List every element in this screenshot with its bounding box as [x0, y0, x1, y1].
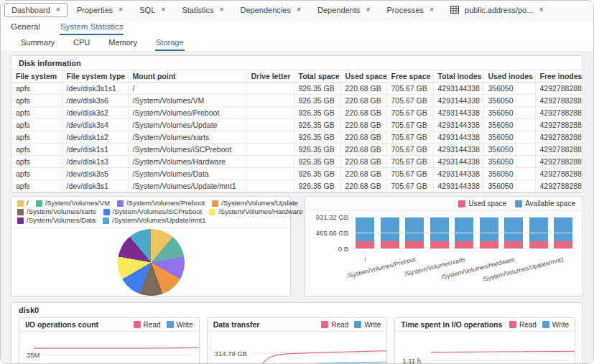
- disk-usage-pie-chart: [118, 229, 185, 296]
- table-cell: [246, 144, 294, 156]
- table-cell: 705.67 GB: [386, 119, 433, 131]
- available-space-segment: [504, 217, 523, 241]
- available-space-segment: [529, 217, 548, 241]
- legend-swatch: [515, 200, 522, 207]
- close-tab-icon[interactable]: ×: [119, 6, 123, 14]
- table-cell: 705.67 GB: [386, 83, 433, 95]
- legend-swatch: [458, 200, 465, 207]
- legend-label: /System/Volumes/iSCPreboot: [113, 207, 203, 216]
- table-cell: [246, 156, 294, 168]
- column-header-file-system[interactable]: File system: [11, 70, 62, 83]
- window-tab-statistics[interactable]: Statistics×: [175, 3, 231, 17]
- column-header-free-space[interactable]: Free space: [386, 70, 433, 83]
- window-tab-properties[interactable]: Properties×: [70, 3, 130, 17]
- window-tab-dependencies[interactable]: Dependencies×: [233, 3, 308, 17]
- series-line-read: [34, 347, 199, 348]
- table-cell: /dev/disk3s4: [62, 119, 128, 131]
- tab-memory[interactable]: Memory: [108, 37, 138, 51]
- column-header-mount-point[interactable]: Mount point: [128, 70, 246, 83]
- table-cell: 356050: [483, 168, 535, 180]
- window-tab-sql[interactable]: SQL×: [132, 3, 172, 17]
- table-cell: apfs: [11, 131, 62, 144]
- mini-chart-header: I/O operations countReadWrite: [19, 318, 199, 332]
- tab-general[interactable]: General: [10, 21, 41, 35]
- legend-swatch: [117, 200, 124, 207]
- legend-item-read: Read: [134, 321, 161, 329]
- legend-label: Used space: [468, 200, 506, 207]
- used-space-segment: [529, 241, 548, 248]
- tab-system-statistics[interactable]: System Statistics: [60, 21, 124, 35]
- legend-item-system-volumes-update: /System/Volumes/Update: [212, 199, 298, 207]
- legend-item-system-volumes-preboot: /System/Volumes/Preboot: [117, 199, 205, 207]
- legend-label: /System/Volumes/Update/mnt1: [112, 216, 205, 225]
- window-tab-processes[interactable]: Processes×: [380, 3, 442, 17]
- table-cell: 356050: [483, 107, 535, 119]
- table-cell: 926.35 GB: [294, 131, 340, 144]
- column-header-used-space[interactable]: Used space: [340, 70, 386, 83]
- close-tab-icon[interactable]: ×: [56, 6, 60, 14]
- column-header-total-inodes[interactable]: Total inodes: [433, 70, 483, 83]
- used-space-segment: [554, 241, 572, 248]
- legend-swatch: [542, 321, 549, 328]
- window-tab-public-address-po[interactable]: public.address/po...×: [443, 3, 551, 17]
- table-row[interactable]: apfs/dev/disk3s4/System/Volumes/Update92…: [11, 119, 583, 131]
- table-row[interactable]: apfs/dev/disk3s5/System/Volumes/Data926.…: [11, 168, 583, 180]
- legend-label: Write: [552, 321, 569, 329]
- column-header-free-inodes[interactable]: Free inodes: [535, 70, 583, 83]
- used-space-segment: [430, 241, 449, 248]
- column-header-used-inodes[interactable]: Used inodes: [483, 70, 535, 83]
- close-tab-icon[interactable]: ×: [539, 6, 543, 14]
- close-tab-icon[interactable]: ×: [430, 6, 434, 14]
- available-space-segment: [356, 217, 374, 241]
- table-cell: /System/Volumes/Hardware: [128, 156, 246, 168]
- table-row[interactable]: apfs/dev/disk1s2/System/Volumes/xarts926…: [11, 131, 583, 144]
- used-space-segment: [356, 241, 374, 248]
- column-header-total-space[interactable]: Total space: [294, 70, 340, 83]
- table-row[interactable]: apfs/dev/disk3s1/System/Volumes/Update/m…: [11, 180, 583, 192]
- table-cell: 4293144338: [433, 156, 483, 168]
- window-tab-dashboard[interactable]: Dashboard×: [4, 3, 68, 17]
- table-row[interactable]: apfs/dev/disk1s1/System/Volumes/iSCPrebo…: [11, 144, 583, 156]
- disk-space-bar-panel: Used spaceAvailable space //System/Volum…: [305, 196, 583, 297]
- mini-chart-legend: ReadWrite: [321, 321, 381, 329]
- legend-label: /System/Volumes/Update: [221, 199, 298, 207]
- legend-item-used-space: Used space: [458, 200, 506, 207]
- table-cell: 4293144338: [433, 168, 483, 180]
- column-header-file-system-type[interactable]: File system type: [62, 70, 128, 83]
- used-space-segment: [504, 241, 523, 248]
- table-row[interactable]: apfs/dev/disk3s6/System/Volumes/VM926.35…: [11, 95, 583, 107]
- table-cell: /System/Volumes/VM: [128, 95, 246, 107]
- table-cell: 4292788288: [535, 180, 583, 192]
- available-space-segment: [430, 217, 449, 241]
- legend-label: Read: [144, 321, 161, 329]
- table-cell: 4292788288: [535, 156, 583, 168]
- table-cell: 356050: [483, 119, 535, 131]
- tab-cpu[interactable]: CPU: [73, 37, 91, 51]
- bar-chart-legend: Used spaceAvailable space: [305, 197, 583, 211]
- table-cell: /dev/disk3s5: [62, 168, 128, 180]
- disk-information-panel: Disk information File systemFile system …: [11, 55, 583, 193]
- table-row[interactable]: apfs/dev/disk1s3/System/Volumes/Hardware…: [11, 156, 583, 168]
- close-tab-icon[interactable]: ×: [219, 6, 223, 14]
- io-operations-count-plot: 35M30M: [19, 332, 199, 364]
- time-spent-in-io-operations-series: [395, 332, 575, 364]
- table-cell: 220.68 GB: [340, 180, 386, 192]
- used-space-segment: [381, 241, 399, 248]
- table-row[interactable]: apfs/dev/disk3s2/System/Volumes/Preboot9…: [11, 107, 583, 119]
- table-cell: apfs: [11, 119, 62, 131]
- legend-label: /System/Volumes/Preboot: [126, 199, 205, 207]
- close-tab-icon[interactable]: ×: [366, 6, 370, 14]
- legend-swatch: [17, 209, 24, 215]
- close-tab-icon[interactable]: ×: [297, 6, 301, 14]
- table-row[interactable]: apfs/dev/disk3s1s1/926.35 GB220.68 GB705…: [11, 83, 583, 95]
- tab-summary[interactable]: Summary: [20, 37, 55, 51]
- window-tab-label: Properties: [77, 6, 113, 14]
- tab-storage[interactable]: Storage: [155, 37, 185, 51]
- table-cell: apfs: [11, 107, 62, 119]
- window-tab-dependents[interactable]: Dependents×: [310, 3, 377, 17]
- table-cell: 926.35 GB: [294, 144, 340, 156]
- legend-label: /System/Volumes/VM: [45, 199, 110, 207]
- column-header-drive-letter[interactable]: Drive letter: [246, 70, 294, 83]
- dashboard-tab-bar: GeneralSystem Statistics: [1, 19, 593, 35]
- close-tab-icon[interactable]: ×: [161, 6, 165, 14]
